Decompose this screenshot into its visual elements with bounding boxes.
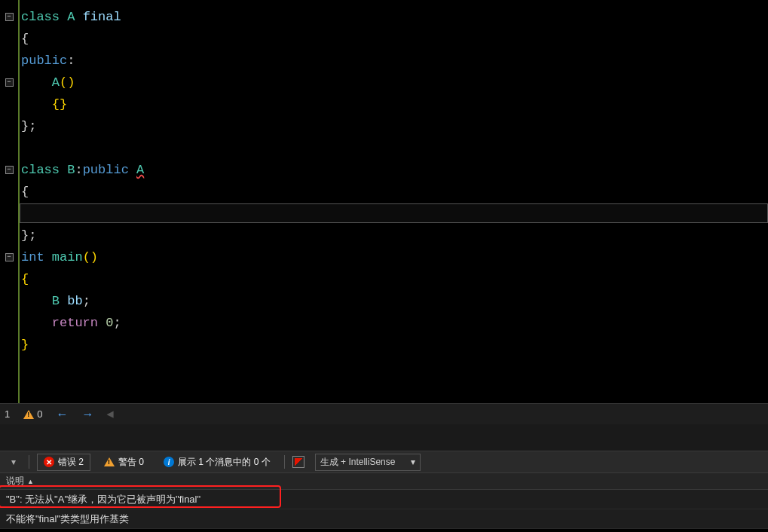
info-icon: i (164, 457, 174, 467)
panel-gap (0, 424, 768, 451)
nav-forward-button[interactable]: → (81, 408, 93, 421)
separator (284, 455, 285, 469)
code-line[interactable]: class B:public A (20, 159, 768, 181)
fold-toggle[interactable]: − (5, 166, 14, 174)
code-line[interactable]: } (20, 334, 768, 356)
errors-filter-button[interactable]: ✕ 错误 2 (37, 454, 90, 471)
chevron-down-icon: ▾ (411, 457, 415, 467)
code-line[interactable] (20, 203, 768, 225)
fold-gutter: −−−− (0, 0, 18, 403)
status-bar: 1 0 ← → ◀ (0, 403, 768, 424)
code-line[interactable]: public: (20, 50, 768, 72)
code-line[interactable]: B bb; (20, 290, 768, 312)
warning-icon (23, 410, 34, 419)
fold-toggle[interactable]: − (5, 78, 14, 87)
fold-toggle[interactable]: − (5, 13, 14, 21)
code-line[interactable]: }; (20, 225, 768, 246)
code-content[interactable]: class A final{public: A() {}};class B:pu… (18, 0, 768, 403)
error-list: "B": 无法从"A"继承，因为它已被声明为"final" 不能将"final"… (0, 490, 768, 529)
code-line[interactable]: A() (20, 72, 768, 93)
nav-back-button[interactable]: ← (56, 408, 68, 421)
status-errors[interactable]: 1 (5, 408, 10, 420)
status-warnings[interactable]: 0 (23, 408, 42, 420)
separator (29, 455, 29, 469)
code-line[interactable] (20, 137, 768, 159)
sort-asc-icon: ▲ (27, 478, 34, 485)
fold-toggle[interactable]: − (5, 253, 14, 261)
code-line[interactable]: }; (20, 115, 768, 137)
code-line[interactable]: { (20, 28, 768, 50)
build-source-select[interactable]: 生成 + IntelliSense ▾ (315, 454, 421, 471)
scope-dropdown[interactable]: ▾ (6, 456, 21, 468)
error-row[interactable]: 不能将"final"类类型用作基类 (0, 509, 768, 529)
error-list-header[interactable]: 说明 ▲ (0, 473, 768, 490)
nav-collapse-icon: ◀ (107, 409, 113, 419)
code-line[interactable]: return 0; (20, 312, 768, 334)
warning-icon (104, 457, 115, 466)
code-editor[interactable]: −−−− class A final{public: A() {}};class… (0, 0, 768, 403)
column-description[interactable]: 说明 ▲ (6, 475, 34, 488)
error-icon: ✕ (44, 457, 54, 467)
messages-filter-button[interactable]: i 展示 1 个消息中的 0 个 (158, 454, 277, 470)
clear-filter-icon[interactable] (292, 456, 304, 468)
error-row[interactable]: "B": 无法从"A"继承，因为它已被声明为"final" (0, 490, 768, 509)
error-list-toolbar: ▾ ✕ 错误 2 警告 0 i 展示 1 个消息中的 0 个 生成 + Inte… (0, 451, 768, 473)
code-line[interactable]: class A final (20, 6, 768, 28)
warnings-filter-button[interactable]: 警告 0 (98, 454, 150, 470)
code-line[interactable]: {} (20, 93, 768, 115)
code-line[interactable]: { (20, 268, 768, 290)
code-line[interactable]: int main() (20, 246, 768, 268)
code-line[interactable]: { (20, 181, 768, 203)
